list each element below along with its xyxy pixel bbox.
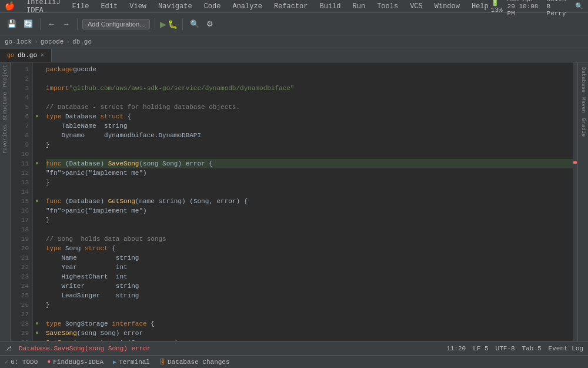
status-error-text: Database.SaveSong(song Song) error xyxy=(19,345,151,352)
breadcrumb-bar: go-lock › gocode › db.go xyxy=(0,35,588,48)
left-sidebar: Project Structure Favorites xyxy=(0,62,11,341)
menu-build[interactable]: Build xyxy=(318,2,343,11)
tab-size: Tab 5 xyxy=(522,345,542,352)
menu-window[interactable]: Window xyxy=(432,2,462,11)
menu-tools[interactable]: Tools xyxy=(375,2,400,11)
tab-icon: go xyxy=(7,52,14,59)
database-panel[interactable]: 🗄 Database Changes xyxy=(159,359,230,366)
code-line-18[interactable] xyxy=(46,225,573,234)
code-line-14[interactable] xyxy=(46,187,573,197)
bottom-toolbar: ✓ 6: TODO ● FindBugs-IDEA ▶ Terminal 🗄 D… xyxy=(0,355,588,368)
menu-bar: 🍎 IntelliJ IDEA File Edit View Navigate … xyxy=(0,0,588,13)
menu-code[interactable]: Code xyxy=(202,2,223,11)
code-line-10[interactable] xyxy=(46,150,573,159)
main-layout: Project Structure Favorites 123456789101… xyxy=(0,62,588,341)
code-line-26[interactable]: } xyxy=(46,300,573,310)
code-line-19[interactable]: // Song holds data about songs xyxy=(46,234,573,244)
cursor-position: 11:20 xyxy=(446,345,466,352)
sidebar-structure-icon[interactable]: Structure xyxy=(2,92,8,121)
code-line-11[interactable]: func (Database) SaveSong(song Song) erro… xyxy=(46,159,573,168)
sidebar-database-icon[interactable]: Database xyxy=(580,65,586,95)
run-buttons: ▶ 🐛 xyxy=(160,19,178,29)
menu-help[interactable]: Help xyxy=(469,2,491,11)
breadcrumb-project[interactable]: go-lock xyxy=(5,38,32,45)
code-line-12[interactable]: "fn">panic("implement me") xyxy=(46,168,573,178)
code-line-3[interactable]: import "github.com/aws/aws-sdk-go/servic… xyxy=(46,84,573,93)
code-line-28[interactable]: type SongStorage interface { xyxy=(46,319,573,329)
menu-edit[interactable]: Edit xyxy=(98,2,120,11)
menu-navigate[interactable]: Navigate xyxy=(156,2,195,11)
code-line-23[interactable]: HighestChart int xyxy=(46,272,573,281)
todo-panel[interactable]: ✓ 6: TODO xyxy=(5,359,38,366)
sidebar-maven-icon[interactable]: Maven xyxy=(580,95,586,115)
code-line-2[interactable] xyxy=(46,74,573,84)
code-line-25[interactable]: LeadSinger string xyxy=(46,291,573,300)
sidebar-favorites-icon[interactable]: Favorites xyxy=(2,125,8,154)
toolbar-search[interactable]: 🔍 xyxy=(188,18,202,29)
todo-icon: ✓ xyxy=(5,359,8,366)
code-line-6[interactable]: type Database struct { xyxy=(46,112,573,121)
tab-close-button[interactable]: × xyxy=(41,52,44,59)
toolbar-sep-3 xyxy=(155,18,155,30)
toolbar-nav-back[interactable]: ← xyxy=(45,18,58,29)
terminal-label: Terminal xyxy=(119,359,150,366)
code-line-27[interactable] xyxy=(46,310,573,319)
code-line-29[interactable]: SaveSong(song Song) error xyxy=(46,329,573,338)
database-changes-label: Database Changes xyxy=(168,359,230,366)
code-line-16[interactable]: "fn">panic("implement me") xyxy=(46,206,573,216)
line-endings: LF 5 xyxy=(473,345,488,352)
menu-intellij[interactable]: IntelliJ IDEA xyxy=(24,0,63,15)
event-log[interactable]: Event Log xyxy=(549,345,583,352)
debug-button[interactable]: 🐛 xyxy=(168,19,178,29)
code-line-20[interactable]: type Song struct { xyxy=(46,244,573,253)
editor-area: 1234567891011121314151617181920212223242… xyxy=(11,62,577,341)
sidebar-project-icon[interactable]: Project xyxy=(2,65,8,87)
git-icon: ⎇ xyxy=(5,345,12,352)
breadcrumb-package[interactable]: gocode xyxy=(41,38,64,45)
encoding: UTF-8 xyxy=(496,345,515,352)
findbugs-panel[interactable]: ● FindBugs-IDEA xyxy=(47,359,103,366)
add-configuration-button[interactable]: Add Configuration... xyxy=(82,19,150,29)
menu-left: 🍎 IntelliJ IDEA File Edit View Navigate … xyxy=(5,0,491,15)
terminal-panel[interactable]: ▶ Terminal xyxy=(113,359,150,366)
code-line-24[interactable]: Writer string xyxy=(46,281,573,291)
code-line-17[interactable]: } xyxy=(46,216,573,225)
toolbar-settings[interactable]: ⚙ xyxy=(204,18,216,29)
toolbar-sep-2 xyxy=(77,18,78,30)
spotlight-icon[interactable]: 🔍 xyxy=(575,2,583,10)
user-name: Keith B Perry xyxy=(547,0,570,17)
menu-analyze[interactable]: Analyze xyxy=(230,2,264,11)
apple-menu[interactable]: 🍎 xyxy=(5,1,15,11)
toolbar-sync[interactable]: 🔄 xyxy=(21,18,35,29)
code-line-1[interactable]: package gocode xyxy=(46,65,573,74)
error-stripe-mark xyxy=(573,161,577,164)
toolbar-save[interactable]: 💾 xyxy=(5,18,19,29)
menu-vcs[interactable]: VCS xyxy=(407,2,425,11)
code-line-22[interactable]: Year int xyxy=(46,263,573,272)
menu-refactor[interactable]: Refactor xyxy=(272,2,310,11)
sidebar-gradle-icon[interactable]: Gradle xyxy=(580,115,586,139)
code-line-15[interactable]: func (Database) GetSong(name string) (So… xyxy=(46,197,573,206)
code-line-7[interactable]: TableName string xyxy=(46,121,573,131)
breadcrumb-file[interactable]: db.go xyxy=(72,38,92,45)
code-content[interactable]: package gocodeimport "github.com/aws/aws… xyxy=(41,62,573,341)
tab-db-go[interactable]: go db.go × xyxy=(0,49,52,62)
code-line-13[interactable]: } xyxy=(46,178,573,187)
code-line-21[interactable]: Name string xyxy=(46,253,573,263)
database-changes-icon: 🗄 xyxy=(159,359,165,366)
bug-icon: ● xyxy=(47,359,51,365)
todo-label: 6: TODO xyxy=(11,359,38,366)
menu-right: 🔋 13% Mon Apr 29 10:08 PM Keith B Perry … xyxy=(491,0,583,17)
menu-run[interactable]: Run xyxy=(350,2,368,11)
toolbar-nav-forward[interactable]: → xyxy=(60,18,72,29)
menu-file[interactable]: File xyxy=(70,2,92,11)
code-line-8[interactable]: Dynamo dynamodbiface.DynamoDBAPI xyxy=(46,131,573,140)
code-line-5[interactable]: // Database - struct for holding databas… xyxy=(46,102,573,112)
code-line-4[interactable] xyxy=(46,93,573,102)
code-line-30[interactable]: GetSong(name string) (Song, error) xyxy=(46,338,573,341)
right-sidebar: Database Maven Gradle xyxy=(577,62,588,341)
error-stripe xyxy=(573,62,577,341)
code-line-9[interactable]: } xyxy=(46,140,573,150)
menu-view[interactable]: View xyxy=(127,2,149,11)
run-button[interactable]: ▶ xyxy=(160,19,166,29)
